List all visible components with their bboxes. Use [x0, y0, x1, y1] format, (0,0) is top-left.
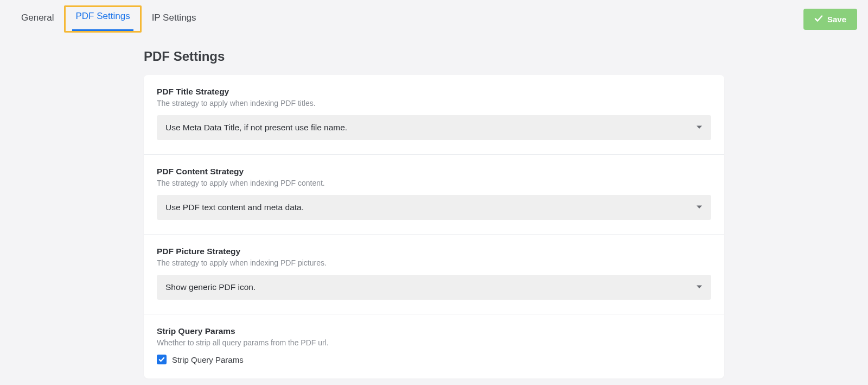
svg-marker-2 [697, 286, 702, 289]
tab-ip-settings[interactable]: IP Settings [142, 5, 207, 33]
field-description: The strategy to apply when indexing PDF … [157, 99, 711, 108]
svg-marker-0 [697, 126, 702, 129]
chevron-down-icon [696, 123, 703, 132]
svg-marker-1 [697, 206, 702, 209]
top-bar: General PDF Settings IP Settings Save [0, 0, 868, 33]
checkbox-label: Strip Query Params [172, 355, 244, 364]
pdf-picture-strategy-select[interactable]: Show generic PDF icon. [157, 275, 711, 300]
chevron-down-icon [696, 203, 703, 212]
field-label: PDF Content Strategy [157, 167, 711, 176]
tab-pdf-settings[interactable]: PDF Settings [64, 5, 141, 33]
field-description: Whether to strip all query params from t… [157, 338, 711, 347]
field-description: The strategy to apply when indexing PDF … [157, 258, 711, 267]
field-label: PDF Picture Strategy [157, 247, 711, 256]
select-value: Show generic PDF icon. [165, 282, 256, 292]
field-description: The strategy to apply when indexing PDF … [157, 179, 711, 187]
page-content: PDF Settings PDF Title Strategy The stra… [144, 49, 724, 385]
settings-card: PDF Title Strategy The strategy to apply… [144, 75, 724, 378]
field-label: Strip Query Params [157, 326, 711, 336]
field-label: PDF Title Strategy [157, 87, 711, 97]
section-pdf-title-strategy: PDF Title Strategy The strategy to apply… [144, 75, 724, 155]
checkbox-row: Strip Query Params [157, 355, 711, 364]
section-strip-query-params: Strip Query Params Whether to strip all … [144, 314, 724, 378]
tabs: General PDF Settings IP Settings [11, 5, 207, 33]
strip-query-params-checkbox[interactable] [157, 355, 167, 364]
save-button[interactable]: Save [803, 9, 857, 30]
save-button-label: Save [827, 15, 846, 24]
check-icon [158, 356, 165, 363]
select-value: Use PDF text content and meta data. [165, 203, 304, 212]
select-value: Use Meta Data Title, if not present use … [165, 123, 347, 132]
page-title: PDF Settings [144, 49, 724, 64]
chevron-down-icon [696, 282, 703, 292]
section-pdf-content-strategy: PDF Content Strategy The strategy to app… [144, 155, 724, 235]
section-pdf-picture-strategy: PDF Picture Strategy The strategy to app… [144, 235, 724, 314]
pdf-title-strategy-select[interactable]: Use Meta Data Title, if not present use … [157, 115, 711, 140]
pdf-content-strategy-select[interactable]: Use PDF text content and meta data. [157, 195, 711, 220]
check-icon [814, 14, 823, 24]
tab-general[interactable]: General [11, 5, 64, 33]
